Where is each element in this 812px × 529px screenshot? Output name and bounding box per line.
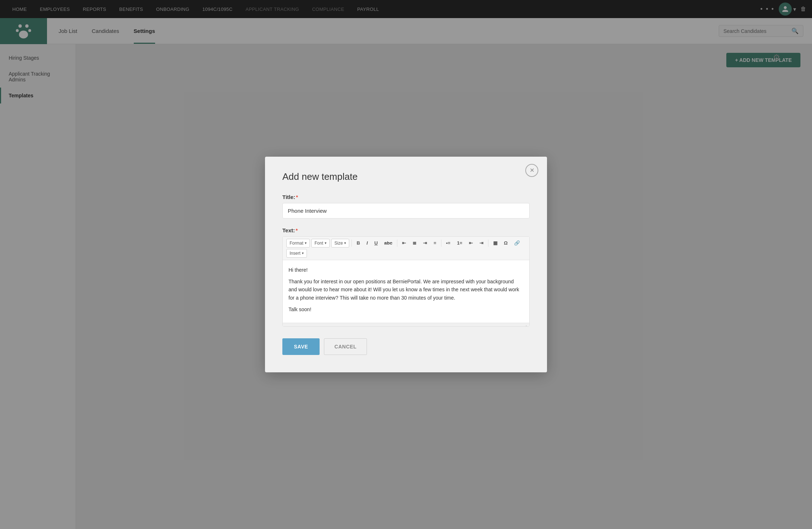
indent-out-button[interactable]: ⇤ [466, 239, 475, 247]
toolbar-sep-2 [397, 240, 397, 247]
title-label: Title:* [282, 194, 530, 200]
editor-resize-handle[interactable]: ⌞ [283, 323, 529, 326]
italic-button[interactable]: I [364, 239, 371, 247]
save-button[interactable]: SAVE [282, 338, 320, 355]
strikethrough-button[interactable]: abc [382, 239, 395, 247]
modal-close-button[interactable]: ✕ [525, 164, 538, 177]
text-field-group: Text:* Format Font Size B I U abc ⇤ ≣ ⇥ [282, 227, 530, 327]
toolbar-sep-4 [488, 240, 488, 247]
insert-dropdown[interactable]: Insert [286, 249, 307, 258]
title-input[interactable] [282, 203, 530, 219]
modal-actions: SAVE CANCEL [282, 338, 530, 355]
modal-title: Add new template [282, 171, 530, 182]
size-dropdown[interactable]: Size [331, 239, 349, 247]
cancel-button[interactable]: CANCEL [324, 338, 367, 355]
special-char-button[interactable]: Ω [501, 239, 510, 247]
rich-text-editor: Format Font Size B I U abc ⇤ ≣ ⇥ ≡ •≡ 1≡ [282, 236, 530, 327]
table-button[interactable]: ▦ [491, 239, 500, 247]
link-button[interactable]: 🔗 [512, 239, 522, 247]
format-dropdown[interactable]: Format [286, 239, 310, 247]
text-label: Text:* [282, 227, 530, 233]
numbered-list-button[interactable]: 1≡ [454, 239, 465, 247]
align-left-button[interactable]: ⇤ [399, 239, 409, 247]
editor-body[interactable]: Hi there! Thank you for interest in our … [283, 260, 529, 323]
title-field-group: Title:* [282, 194, 530, 219]
add-template-modal: Add new template ✕ Title:* Text:* Format… [265, 157, 547, 373]
align-right-button[interactable]: ⇥ [420, 239, 429, 247]
font-dropdown[interactable]: Font [311, 239, 330, 247]
justify-button[interactable]: ≡ [431, 239, 439, 247]
bullet-list-button[interactable]: •≡ [444, 239, 453, 247]
align-center-button[interactable]: ≣ [410, 239, 419, 247]
modal-overlay: Add new template ✕ Title:* Text:* Format… [0, 0, 812, 529]
editor-toolbar: Format Font Size B I U abc ⇤ ≣ ⇥ ≡ •≡ 1≡ [283, 237, 529, 260]
underline-button[interactable]: U [372, 239, 380, 247]
toolbar-sep-3 [441, 240, 441, 247]
indent-in-button[interactable]: ⇥ [477, 239, 486, 247]
toolbar-sep-1 [351, 240, 352, 247]
bold-button[interactable]: B [354, 239, 362, 247]
